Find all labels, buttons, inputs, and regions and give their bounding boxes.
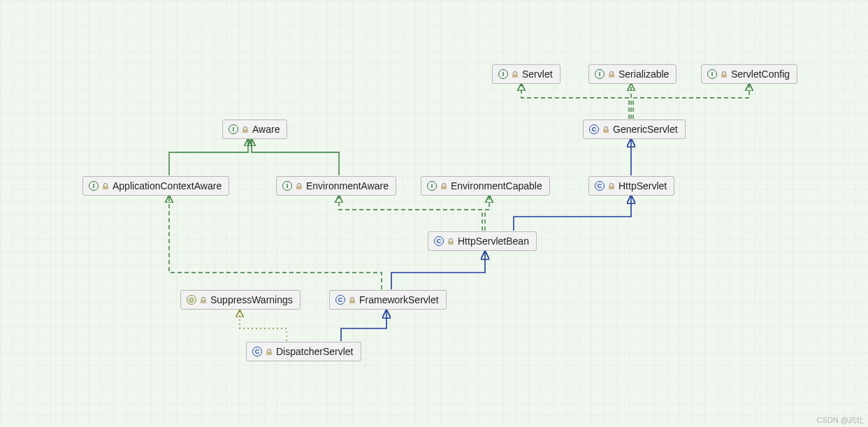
node-label: DispatcherServlet (276, 346, 354, 357)
lock-icon (448, 238, 454, 245)
interface-icon: I (229, 124, 238, 134)
node-servletconfig[interactable]: I ServletConfig (701, 64, 797, 84)
node-label: FrameworkServlet (359, 294, 439, 305)
interface-icon: I (282, 181, 292, 191)
interface-icon: I (595, 69, 605, 79)
node-httpservletbean[interactable]: C HttpServletBean (428, 231, 537, 251)
lock-icon (721, 71, 727, 78)
lock-icon (296, 183, 302, 189)
class-icon: C (589, 124, 599, 134)
node-label: EnvironmentAware (306, 180, 389, 191)
lock-icon (609, 183, 614, 189)
node-label: HttpServletBean (458, 236, 529, 247)
node-environmentaware[interactable]: I EnvironmentAware (276, 176, 396, 196)
interface-icon: I (498, 69, 508, 79)
node-label: GenericServlet (613, 124, 678, 135)
lock-icon (609, 71, 614, 78)
lock-icon (603, 126, 609, 133)
node-environmentcapable[interactable]: I EnvironmentCapable (421, 176, 550, 196)
node-serializable[interactable]: I Serializable (588, 64, 677, 84)
interface-icon: I (707, 69, 717, 79)
node-aware[interactable]: I Aware (222, 120, 287, 139)
lock-icon (266, 349, 272, 355)
node-genericservlet[interactable]: C GenericServlet (583, 120, 686, 139)
node-label: HttpServlet (619, 180, 667, 191)
lock-icon (512, 71, 518, 78)
annotation-icon: @ (187, 295, 196, 305)
lock-icon (441, 183, 447, 189)
node-label: SuppressWarnings (210, 294, 293, 305)
node-label: ServletConfig (731, 68, 790, 80)
node-dispatcherservlet[interactable]: C DispatcherServlet (246, 342, 361, 361)
watermark: CSDN @武壮 (817, 415, 864, 426)
lock-icon (103, 183, 108, 189)
interface-icon: I (89, 181, 99, 191)
node-httpservlet[interactable]: C HttpServlet (588, 176, 674, 196)
node-label: Aware (252, 124, 280, 135)
class-icon: C (335, 295, 345, 305)
node-suppresswarnings[interactable]: @ SuppressWarnings (180, 290, 301, 310)
node-frameworkservlet[interactable]: C FrameworkServlet (329, 290, 447, 310)
node-label: Serializable (619, 68, 669, 80)
node-applicationcontextaware[interactable]: I ApplicationContextAware (82, 176, 229, 196)
node-servlet[interactable]: I Servlet (492, 64, 560, 84)
class-icon: C (434, 236, 444, 246)
class-icon: C (252, 347, 262, 356)
class-icon: C (595, 181, 605, 191)
node-label: EnvironmentCapable (451, 180, 542, 191)
lock-icon (243, 126, 248, 133)
node-label: Servlet (522, 68, 553, 80)
node-label: ApplicationContextAware (113, 180, 222, 191)
lock-icon (349, 297, 355, 303)
interface-icon: I (427, 181, 437, 191)
lock-icon (201, 297, 206, 303)
